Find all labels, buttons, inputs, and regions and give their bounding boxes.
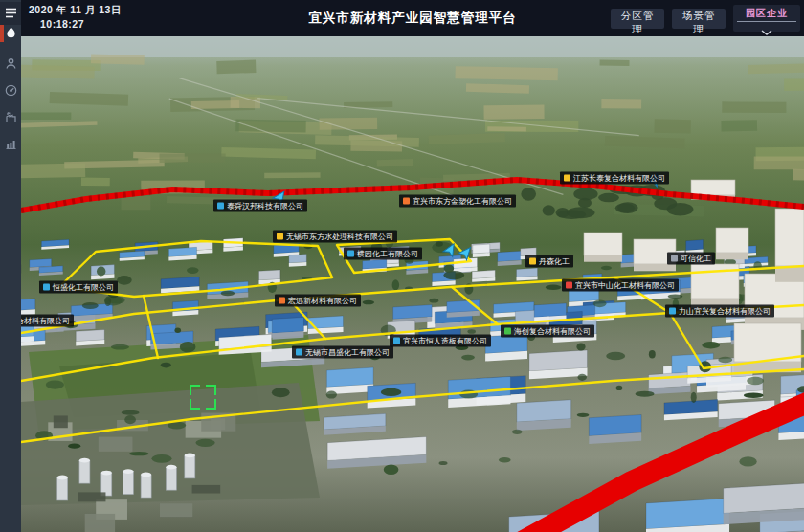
company-label[interactable]: 横园化工有限公司 — [344, 248, 422, 260]
company-label-icon — [564, 175, 570, 182]
company-label[interactable]: 宜兴市恒人造板有限公司 — [390, 335, 491, 347]
chevron-down-icon — [761, 22, 772, 39]
person-icon — [5, 56, 17, 74]
company-label-text: 横园化工有限公司 — [357, 248, 418, 260]
menu-button[interactable] — [0, 2, 21, 25]
company-label-icon — [217, 203, 224, 210]
gauge-icon — [5, 83, 17, 100]
app-root: 2020 年 11 月 13日 10:18:27 宜兴市新材料产业园智慧管理平台… — [0, 0, 804, 532]
company-label-icon — [279, 298, 285, 304]
company-label-text: 宜兴市中山化工材料有限公司 — [575, 279, 675, 292]
company-label[interactable]: 宜兴市东方金塑化工有限公司 — [399, 195, 516, 208]
company-label[interactable]: 宜兴市中山化工材料有限公司 — [562, 279, 679, 292]
company-label-icon — [566, 282, 572, 289]
zone-management-button[interactable]: 分区管理 — [611, 9, 664, 29]
factory-icon — [5, 110, 17, 127]
company-label-text: 宜兴市恒人造板有限公司 — [403, 335, 487, 347]
company-label-icon — [504, 328, 511, 335]
company-label[interactable]: 泰舜汉邦科技有限公司 — [213, 200, 307, 212]
company-label[interactable]: 海创复合材料有限公司 — [501, 325, 594, 338]
company-label-text: 可信化工 — [681, 253, 711, 265]
company-label-icon — [277, 233, 283, 240]
company-label-text: 力山宜兴复合材料有限公司 — [679, 305, 770, 318]
sidebar-item-user[interactable] — [0, 54, 21, 77]
company-label-icon — [393, 338, 400, 344]
company-label[interactable]: 可信化工 — [667, 253, 715, 265]
top-bar: 2020 年 11 月 13日 10:18:27 宜兴市新材料产业园智慧管理平台… — [21, 0, 804, 36]
company-label-icon — [671, 255, 678, 262]
company-label-icon — [296, 349, 302, 356]
header-actions: 分区管理 场景管理 园区企业 — [611, 0, 800, 36]
company-label-icon — [403, 198, 410, 205]
sidebar-item-stats[interactable] — [0, 134, 21, 157]
flame-icon — [5, 26, 17, 43]
bar-chart-icon — [5, 137, 17, 154]
company-label-text: 无锡市东方水处理科技有限公司 — [286, 231, 393, 243]
company-label[interactable]: 力山宜兴复合材料有限公司 — [665, 305, 774, 318]
company-label-icon — [347, 251, 354, 257]
company-label-text: 无锡市昌盛化工有限公司 — [305, 346, 390, 359]
company-label-text: 丹森化工 — [539, 255, 570, 268]
map-viewport[interactable]: 泰舜汉邦科技有限公司宜兴市东方金塑化工有限公司江苏长泰复合材料有限公司无锡市东方… — [21, 36, 804, 532]
hamburger-icon — [5, 5, 17, 22]
company-label[interactable]: 宏远新材料有限公司 — [275, 295, 361, 307]
company-label-icon — [669, 308, 676, 315]
company-label-text: 江苏长泰复合材料有限公司 — [573, 172, 665, 185]
company-label-text: 宜兴市东方金塑化工有限公司 — [413, 195, 512, 208]
scene-management-button[interactable]: 场景管理 — [672, 9, 726, 29]
sidebar-item-enterprise[interactable] — [0, 107, 21, 130]
sidebar — [0, 0, 21, 532]
company-label[interactable]: 无锡市东方水处理科技有限公司 — [273, 231, 397, 243]
company-labels-layer: 泰舜汉邦科技有限公司宜兴市东方金塑化工有限公司江苏长泰复合材料有限公司无锡市东方… — [21, 36, 804, 532]
company-label[interactable]: 恒盛化工有限公司 — [39, 281, 118, 294]
company-label-text: 远东复合材料有限公司 — [21, 315, 70, 327]
company-label[interactable]: 丹森化工 — [525, 255, 573, 268]
company-label[interactable]: 无锡市昌盛化工有限公司 — [292, 346, 393, 359]
company-label[interactable]: 远东复合材料有限公司 — [21, 315, 74, 327]
company-label-text: 泰舜汉邦科技有限公司 — [227, 200, 303, 212]
company-label-icon — [43, 284, 50, 291]
company-label-icon — [529, 258, 536, 265]
sidebar-item-monitor[interactable] — [0, 80, 21, 103]
company-label-text: 恒盛化工有限公司 — [53, 281, 114, 294]
sidebar-item-fire[interactable] — [0, 23, 21, 46]
company-label-text: 宏远新材料有限公司 — [288, 295, 357, 307]
enterprise-dropdown-value: 园区企业 — [746, 5, 788, 20]
company-label[interactable]: 江苏长泰复合材料有限公司 — [560, 172, 669, 185]
enterprise-dropdown[interactable]: 园区企业 — [733, 5, 800, 32]
company-label-text: 海创复合材料有限公司 — [514, 325, 591, 338]
